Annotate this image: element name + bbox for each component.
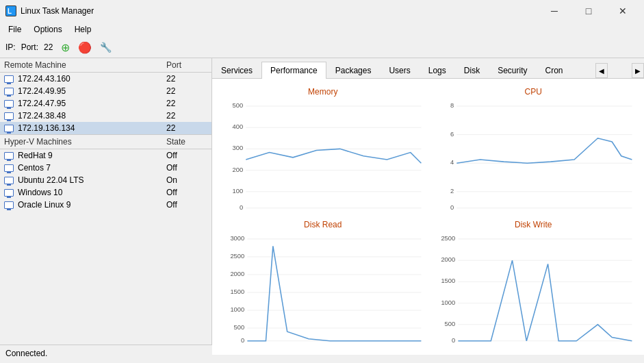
disconnect-button[interactable]: 🔴 [77, 40, 92, 55]
svg-text:1000: 1000 [230, 306, 244, 313]
tab-security[interactable]: Security [489, 62, 536, 79]
svg-text:2: 2 [450, 188, 453, 195]
port-label: Port: [21, 42, 38, 52]
tab-logs[interactable]: Logs [420, 62, 455, 79]
vm-icon [4, 201, 15, 209]
close-button[interactable]: ✕ [607, 4, 639, 18]
settings-button[interactable]: 🔧 [98, 40, 113, 55]
menu-options[interactable]: Options [28, 23, 67, 36]
table-row[interactable]: 172.19.136.134 22 [0, 122, 211, 134]
tab-performance[interactable]: Performance [261, 62, 326, 79]
vm-icon [4, 75, 15, 83]
remote-port-col-header: Port [166, 60, 207, 70]
menu-help[interactable]: Help [69, 23, 97, 36]
maximize-button[interactable]: □ [573, 4, 604, 18]
table-row[interactable]: 172.24.43.160 22 [0, 73, 211, 85]
main-content: Remote Machine Port 172.24.43.160 22 172… [0, 58, 644, 345]
table-row[interactable]: Windows 10 Off [0, 186, 211, 199]
disk-read-chart-svg: 3000 2500 2000 1500 1000 500 0 [223, 231, 423, 347]
menu-file[interactable]: File [3, 23, 27, 36]
svg-text:2500: 2500 [441, 235, 455, 242]
title-bar: L Linux Task Manager ─ □ ✕ [0, 0, 644, 22]
title-bar-title: Linux Task Manager [21, 6, 94, 16]
table-row[interactable]: 172.24.38.48 22 [0, 110, 211, 122]
cpu-chart-svg: 8 6 4 2 0 [434, 98, 634, 214]
status-text: Connected. [5, 349, 47, 358]
svg-text:200: 200 [233, 166, 244, 173]
tab-packages[interactable]: Packages [326, 62, 381, 79]
disk-write-chart-wrapper: 2500 2000 1500 1000 500 0 [434, 231, 634, 347]
remote-machines-list: 172.24.43.160 22 172.24.49.95 22 172.24.… [0, 73, 211, 134]
tab-users[interactable]: Users [380, 62, 419, 79]
svg-text:400: 400 [233, 123, 244, 130]
table-row[interactable]: Ubuntu 22.04 LTS On [0, 174, 211, 186]
toolbar: IP: Port: 22 ⊕ 🔴 🔧 [0, 37, 644, 58]
svg-text:6: 6 [450, 131, 453, 138]
tab-disk[interactable]: Disk [455, 62, 489, 79]
app-icon: L [5, 5, 16, 16]
vm-icon [4, 99, 15, 108]
disk-read-chart-wrapper: 3000 2500 2000 1500 1000 500 0 [223, 231, 423, 347]
tab-scroll-right[interactable]: ▶ [632, 63, 644, 78]
charts-area: Memory 500 400 300 200 100 0 [212, 79, 644, 355]
table-row[interactable]: 172.24.49.95 22 [0, 85, 211, 97]
svg-text:2000: 2000 [230, 271, 244, 277]
svg-text:300: 300 [233, 145, 244, 151]
svg-text:0: 0 [240, 204, 243, 211]
svg-text:2500: 2500 [230, 253, 244, 260]
svg-text:1000: 1000 [441, 299, 455, 305]
svg-text:0: 0 [241, 336, 244, 343]
minimize-button[interactable]: ─ [539, 4, 570, 18]
svg-text:4: 4 [450, 159, 453, 166]
cpu-chart-title: CPU [525, 87, 542, 97]
table-row[interactable]: Centos 7 Off [0, 162, 211, 174]
remote-machines-section: Remote Machine Port 172.24.43.160 22 172… [0, 58, 211, 135]
svg-text:1500: 1500 [441, 277, 455, 284]
hyperv-list: RedHat 9 Off Centos 7 Off Ubuntu 22.04 L… [0, 149, 211, 211]
memory-chart-container: Memory 500 400 300 200 100 0 [218, 84, 428, 217]
tab-scroll-left[interactable]: ◀ [595, 63, 608, 78]
menu-bar: File Options Help [0, 22, 644, 37]
memory-chart-wrapper: 500 400 300 200 100 0 [223, 98, 423, 214]
svg-text:500: 500 [234, 324, 245, 331]
vm-icon [4, 188, 15, 197]
vm-icon [4, 164, 15, 172]
svg-text:0: 0 [450, 204, 453, 211]
svg-text:8: 8 [450, 102, 453, 109]
add-connection-button[interactable]: ⊕ [58, 40, 72, 54]
hyperv-section: Hyper-V Machines State RedHat 9 Off Cent… [0, 135, 211, 345]
vm-icon [4, 176, 15, 184]
title-bar-left: L Linux Task Manager [5, 5, 94, 16]
table-row[interactable]: 172.24.47.95 22 [0, 97, 211, 110]
left-panel: Remote Machine Port 172.24.43.160 22 172… [0, 58, 212, 345]
vm-icon [4, 112, 15, 120]
tab-cron[interactable]: Cron [537, 62, 572, 79]
disk-write-chart-svg: 2500 2000 1500 1000 500 0 [434, 231, 634, 347]
svg-text:500: 500 [233, 102, 244, 109]
svg-text:0: 0 [452, 336, 455, 343]
memory-chart-svg: 500 400 300 200 100 0 [223, 98, 423, 214]
vm-icon [4, 87, 15, 95]
tab-bar: Services Performance Packages Users Logs… [212, 58, 644, 79]
hyperv-state-col-header: State [166, 137, 207, 147]
tab-services[interactable]: Services [212, 62, 261, 79]
hyperv-header: Hyper-V Machines State [0, 135, 211, 149]
svg-text:100: 100 [233, 188, 244, 195]
right-panel: Services Performance Packages Users Logs… [212, 58, 644, 345]
svg-text:1500: 1500 [230, 288, 244, 295]
cpu-chart-container: CPU 8 6 4 2 0 [428, 84, 639, 217]
memory-chart-title: Memory [308, 87, 337, 97]
disk-read-chart-title: Disk Read [304, 220, 342, 229]
cpu-chart-wrapper: 8 6 4 2 0 [434, 98, 634, 214]
disk-write-chart-container: Disk Write 2500 2000 1500 1000 500 0 [428, 217, 639, 350]
ip-label: IP: [5, 42, 16, 52]
svg-text:3000: 3000 [230, 235, 244, 242]
table-row[interactable]: Oracle Linux 9 Off [0, 199, 211, 211]
port-value: 22 [44, 42, 53, 52]
vm-icon [4, 151, 15, 160]
disk-write-chart-title: Disk Write [515, 220, 552, 229]
svg-text:500: 500 [444, 320, 455, 327]
remote-machines-header: Remote Machine Port [0, 58, 211, 73]
table-row[interactable]: RedHat 9 Off [0, 149, 211, 162]
vm-icon [4, 124, 15, 132]
